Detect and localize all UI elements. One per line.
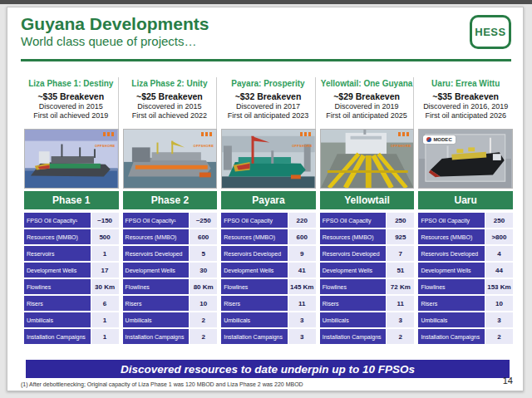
table-row-label: Flowlines bbox=[123, 279, 190, 294]
table-row-label: FPSO Oil Capacity bbox=[221, 213, 288, 228]
table-row: Resources (MMBO) 925 bbox=[320, 229, 415, 244]
fpso-photo: OFFSHORE bbox=[24, 129, 119, 189]
fpso-photo: MODEC bbox=[418, 129, 513, 189]
table-row-label: Installation Campaigns bbox=[221, 329, 288, 344]
vendor-logo: OFFSHORE bbox=[95, 132, 116, 150]
table-row-value: 3 bbox=[485, 312, 513, 327]
table-row-value: 250 bbox=[485, 213, 513, 228]
table-row-label: Reservoirs Developed bbox=[221, 246, 288, 261]
project-column: Uaru: Errea Wittu ~$35 Breakeven Discove… bbox=[418, 77, 513, 344]
project-title: Liza Phase 1: Destiny bbox=[24, 79, 118, 88]
table-row-label: Risers bbox=[221, 296, 288, 311]
fpso-photo: OFFSHORE bbox=[320, 129, 415, 189]
table-row-value: ~150 bbox=[91, 213, 119, 228]
table-row: Flowlines 145 Km bbox=[221, 279, 316, 294]
project-breakeven: ~$35 Breakeven bbox=[24, 91, 118, 101]
page-number: 14 bbox=[503, 376, 513, 386]
table-row-value: 250 bbox=[387, 213, 414, 228]
table-row-value: 11 bbox=[387, 296, 414, 311]
project-first-oil: First oil anticipated 2023 bbox=[221, 111, 315, 120]
table-row-value: 72 Km bbox=[387, 279, 414, 294]
table-row: Umbilicals 3 bbox=[320, 312, 415, 327]
table-row: FPSO Oil Capacity¹ ~250 bbox=[123, 213, 218, 228]
table-row-label: Development Wells bbox=[320, 263, 387, 278]
table-row: Installation Campaigns 3 bbox=[221, 329, 316, 344]
table-row-label: Risers bbox=[123, 296, 190, 311]
table-row: Umbilicals 1 bbox=[24, 312, 119, 327]
vendor-logo: OFFSHORE bbox=[194, 132, 214, 150]
table-row: Umbilicals 2 bbox=[123, 312, 218, 327]
table-row: Risers 6 bbox=[24, 296, 119, 311]
vendor-logo-label: OFFSHORE bbox=[292, 144, 313, 148]
slide-header: Guyana Developments World class queue of… bbox=[21, 14, 511, 57]
table-row-value: 10 bbox=[485, 296, 513, 311]
table-row-value: 600 bbox=[190, 229, 217, 244]
table-row-value: 925 bbox=[387, 229, 414, 244]
table-row-label: Umbilicals bbox=[221, 312, 288, 327]
table-row: Resources (MMBO) >800 bbox=[418, 229, 513, 244]
table-row-label: Risers bbox=[24, 296, 91, 311]
table-row-label: FPSO Oil Capacity¹ bbox=[24, 213, 91, 228]
table-row-value: 153 Km bbox=[485, 279, 513, 294]
table-row-label: FPSO Oil Capacity bbox=[418, 213, 485, 228]
project-first-oil: First oil achieved 2022 bbox=[123, 111, 217, 120]
table-row-label: Resources (MMBO) bbox=[320, 229, 387, 244]
table-row-label: Flowlines bbox=[24, 279, 91, 294]
table-row: Reservoirs Developed 7 bbox=[320, 246, 415, 261]
slide: Guyana Developments World class queue of… bbox=[7, 7, 524, 391]
table-row-value: 3 bbox=[387, 312, 414, 327]
project-table-header: Payara bbox=[221, 191, 316, 209]
table-row: Resources (MMBO) 600 bbox=[221, 229, 316, 244]
project-column: Payara: Prosperity ~$32 Breakeven Discov… bbox=[221, 77, 316, 344]
project-header: Liza Phase 2: Unity ~$25 Breakeven Disco… bbox=[123, 77, 218, 129]
vendor-logo: OFFSHORE bbox=[292, 132, 313, 150]
project-table: FPSO Oil Capacity 220 Resources (MMBO) 6… bbox=[221, 213, 316, 344]
project-column: Liza Phase 1: Destiny ~$35 Breakeven Dis… bbox=[24, 77, 119, 344]
project-header: Payara: Prosperity ~$32 Breakeven Discov… bbox=[221, 77, 316, 129]
table-row-label: Resources (MMBO) bbox=[418, 229, 485, 244]
project-discovered: Discovered in 2016, 2019 bbox=[418, 102, 513, 111]
project-table-header: Yellowtail bbox=[320, 191, 415, 209]
table-row-value: 1 bbox=[91, 246, 119, 261]
table-row-label: Reservoirs bbox=[24, 246, 91, 261]
summary-banner: Discovered resources to date underpin up… bbox=[26, 360, 510, 378]
table-row-label: Reservoirs Developed bbox=[320, 246, 387, 261]
project-table: FPSO Oil Capacity 250 Resources (MMBO) 9… bbox=[320, 213, 415, 344]
page-subtitle: World class queue of projects… bbox=[21, 34, 511, 48]
project-breakeven: ~$25 Breakeven bbox=[123, 91, 217, 101]
table-row: Risers 10 bbox=[418, 296, 513, 311]
table-row: Development Wells 30 bbox=[123, 263, 218, 278]
project-column: Yellowtail: One Guyana ~$29 Breakeven Di… bbox=[320, 77, 415, 344]
table-row-value: 3 bbox=[288, 329, 316, 344]
table-row-value: 30 bbox=[190, 263, 217, 278]
table-row-value: 6 bbox=[91, 296, 119, 311]
project-table: FPSO Oil Capacity¹ ~250 Resources (MMBO)… bbox=[123, 213, 218, 344]
vendor-logo-label: OFFSHORE bbox=[194, 144, 214, 148]
table-row-label: Development Wells bbox=[418, 263, 485, 278]
project-table: FPSO Oil Capacity 250 Resources (MMBO) >… bbox=[418, 213, 513, 344]
vendor-logo-label: OFFSHORE bbox=[391, 144, 411, 148]
table-row: FPSO Oil Capacity¹ ~150 bbox=[24, 213, 119, 228]
footnote: (1) After debottlenecking; Original capa… bbox=[21, 381, 303, 387]
table-row-value: 220 bbox=[288, 213, 316, 228]
table-row-label: Installation Campaigns bbox=[24, 329, 91, 344]
table-row-label: Installation Campaigns bbox=[123, 329, 190, 344]
project-discovered: Discovered in 2017 bbox=[221, 102, 315, 111]
table-row-label: Flowlines bbox=[320, 279, 387, 294]
table-row: Resources (MMBO) 600 bbox=[123, 229, 218, 244]
table-row-label: Umbilicals bbox=[320, 312, 387, 327]
table-row-value: ~250 bbox=[190, 213, 217, 228]
project-title: Yellowtail: One Guyana bbox=[320, 79, 414, 88]
vendor-logo-label: OFFSHORE bbox=[95, 144, 116, 148]
table-row-value: 7 bbox=[387, 246, 414, 261]
sbm-logo-bars-icon bbox=[201, 132, 214, 136]
table-row-value: 145 Km bbox=[288, 279, 316, 294]
vendor-logo-label: MODEC bbox=[433, 137, 451, 142]
project-header: Uaru: Errea Wittu ~$35 Breakeven Discove… bbox=[418, 77, 513, 129]
table-row-value: 500 bbox=[91, 229, 119, 244]
project-breakeven: ~$32 Breakeven bbox=[221, 91, 315, 101]
table-row-label: Development Wells bbox=[123, 263, 190, 278]
table-row-value: 44 bbox=[485, 263, 513, 278]
project-table-header: Uaru bbox=[418, 191, 513, 209]
table-row: Flowlines 80 Km bbox=[123, 279, 218, 294]
